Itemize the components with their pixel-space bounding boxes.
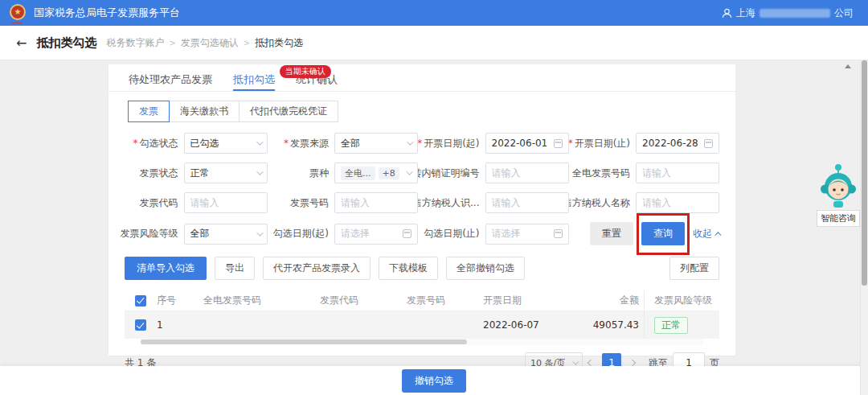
filter-field-check-status: *勾选状态 已勾选 — [125, 133, 268, 154]
filter-row-4: 发票风险等级 全部 勾选日期(起) 请选择 勾选日期(止) 请选择 — [125, 222, 719, 245]
subtab-invoice[interactable]: 发票 — [128, 101, 170, 122]
chevron-down-icon — [572, 358, 579, 364]
horizontal-scrollbar-thumb[interactable] — [141, 339, 467, 344]
filter-field-check-date-end: 勾选日期(止) 请选择 — [426, 222, 569, 245]
column-header-invoice-date: 开票日期 — [483, 294, 571, 307]
tab-pending-agri-invoices[interactable]: 待处理农产品发票 — [129, 72, 212, 91]
cell-invoice-date: 2022-06-07 — [483, 319, 571, 331]
breadcrumb-separator: > — [244, 39, 250, 47]
field-label: 开票日期(止) — [575, 138, 630, 149]
field-label: 发票状态 — [140, 167, 178, 180]
chevron-right-icon — [629, 360, 636, 366]
invoice-date-end-input[interactable]: 2022-06-28 — [636, 133, 719, 154]
collapse-link[interactable]: 收起 — [693, 227, 719, 241]
revoke-all-checks-button[interactable]: 全部撤销勾选 — [446, 257, 525, 280]
check-date-start-input[interactable]: 请选择 — [334, 224, 418, 245]
invoice-no-input-box — [334, 192, 418, 213]
chevron-down-icon — [256, 138, 263, 145]
column-header-amount: 金额 — [571, 294, 644, 307]
full-digital-invoice-no-input[interactable] — [642, 167, 713, 179]
calendar-icon — [554, 139, 563, 148]
table-header-row: 序号 全电发票号码 发票代码 发票号码 开票日期 金额 发票风险等级 — [125, 290, 719, 311]
filter-field-risk-level: 发票风险等级 全部 — [125, 222, 268, 245]
filter-field-seller-name: 销售方纳税人名称 — [577, 192, 720, 213]
app-header: ★ 国家税务总局电子发票服务平台 上海 公司 — [0, 0, 868, 26]
filter-field-check-date-start: 勾选日期(起) 请选择 — [276, 222, 419, 245]
vertical-scrollbar-thumb[interactable] — [862, 60, 867, 286]
invoice-risk-level-select[interactable]: 全部 — [184, 224, 268, 245]
column-config-button[interactable]: 列配置 — [669, 257, 719, 280]
field-label: 发票代码 — [140, 196, 178, 210]
filter-field-invoice-date-start: *开票日期(起) 2022-06-01 — [426, 133, 569, 154]
cell-seq: 1 — [157, 319, 203, 331]
tab-deduction-check[interactable]: 抵扣勾选 — [233, 72, 275, 91]
filter-field-transfer-cert-no: 转内销证明编号 — [426, 163, 569, 183]
subtab-withholding-tax-cert[interactable]: 代扣代缴完税凭证 — [239, 101, 338, 122]
invoice-status-select[interactable]: 正常 — [184, 163, 268, 183]
check-date-end-input[interactable]: 请选择 — [485, 224, 569, 245]
filter-field-ticket-type: 票种 全电... +8 — [276, 163, 419, 183]
invoice-no-input[interactable] — [341, 197, 411, 208]
field-label: 转内销证明编号 — [412, 167, 480, 180]
field-label: 票种 — [309, 167, 329, 180]
cell-amount: 49057.43 — [571, 319, 644, 331]
agri-invoice-entry-button[interactable]: 代开农产品发票录入 — [263, 257, 371, 280]
field-label: 发票号码 — [290, 196, 329, 210]
revoke-check-button[interactable]: 撤销勾选 — [402, 369, 466, 393]
column-header-invoice-no: 发票号码 — [407, 294, 483, 307]
column-header-full-digital-no: 全电发票号码 — [203, 294, 320, 307]
query-button[interactable]: 查询 — [641, 222, 685, 245]
chevron-down-icon — [406, 168, 412, 175]
table-row[interactable]: 1 2022-06-07 49057.43 正常 — [125, 311, 719, 339]
breadcrumb-invoice-check-confirm[interactable]: 发票勾选确认 — [181, 36, 239, 50]
page-title: 抵扣类勾选 — [36, 35, 96, 51]
redacted-company-name — [760, 9, 830, 18]
download-template-button[interactable]: 下载模板 — [379, 257, 438, 280]
assistant-mascot-icon — [820, 163, 857, 212]
check-status-select[interactable]: 已勾选 — [184, 133, 268, 154]
transfer-cert-no-input-box — [485, 163, 569, 183]
risk-status-badge: 正常 — [654, 317, 688, 334]
invoice-code-input-box — [184, 192, 268, 213]
filter-field-invoice-code: 发票代码 — [125, 192, 268, 213]
breadcrumb-tax-digital-account[interactable]: 税务数字账户 — [106, 36, 164, 50]
invoice-date-start-input[interactable]: 2022-06-01 — [485, 133, 569, 154]
import-list-check-button[interactable]: 清单导入勾选 — [125, 257, 207, 280]
filter-field-invoice-status: 发票状态 正常 — [125, 163, 268, 183]
required-asterisk: * — [133, 138, 138, 149]
app-title: 国家税务总局电子发票服务平台 — [34, 6, 180, 20]
select-all-checkbox[interactable] — [135, 295, 146, 307]
national-emblem-icon: ★ — [10, 4, 27, 22]
smart-assistant-widget[interactable]: 智能咨询 — [815, 163, 862, 227]
field-label: 勾选日期(止) — [424, 227, 479, 241]
seller-taxpayer-name-input[interactable] — [642, 197, 713, 208]
field-label: 发票来源 — [290, 138, 329, 149]
seller-taxpayer-id-input-box — [485, 192, 569, 213]
unconfirmed-period-badge: 当期未确认 — [280, 65, 331, 78]
main-card: 待处理农产品发票 抵扣勾选 统计确认 当期未确认 发票 海关缴款书 代扣代缴完税… — [108, 64, 735, 356]
user-account[interactable]: 上海 公司 — [722, 6, 854, 20]
ticket-type-multiselect[interactable]: 全电... +8 — [334, 163, 418, 183]
column-header-seq: 序号 — [157, 294, 203, 307]
back-arrow-icon[interactable]: ← — [16, 35, 27, 51]
required-asterisk: * — [284, 138, 289, 149]
reset-button[interactable]: 重置 — [590, 222, 633, 245]
invoice-source-select[interactable]: 全部 — [334, 133, 418, 154]
chevron-down-icon — [407, 138, 413, 145]
chevron-up-icon — [714, 232, 721, 238]
more-count-tag: +8 — [379, 167, 399, 179]
row-checkbox[interactable] — [135, 319, 146, 331]
field-label: 开票日期(起) — [424, 138, 479, 149]
filter-row-2: 发票状态 正常 票种 全电... +8 转内销证明编号 — [125, 163, 719, 183]
breadcrumb: 税务数字账户 > 发票勾选确认 > 抵扣类勾选 — [106, 36, 303, 50]
subtab-customs-payment[interactable]: 海关缴款书 — [169, 101, 240, 122]
export-button[interactable]: 导出 — [215, 257, 255, 280]
seller-taxpayer-id-input[interactable] — [492, 197, 563, 208]
transfer-cert-no-input[interactable] — [492, 167, 563, 179]
breadcrumb-deduction-check: 抵扣类勾选 — [255, 36, 303, 50]
company-name-suffix: 公司 — [834, 6, 854, 20]
full-digital-invoice-no-input-box — [636, 163, 719, 183]
filter-field-invoice-source: *发票来源 全部 — [276, 133, 419, 154]
scroll-top-arrow-icon[interactable] — [845, 64, 851, 68]
invoice-code-input[interactable] — [190, 197, 261, 208]
